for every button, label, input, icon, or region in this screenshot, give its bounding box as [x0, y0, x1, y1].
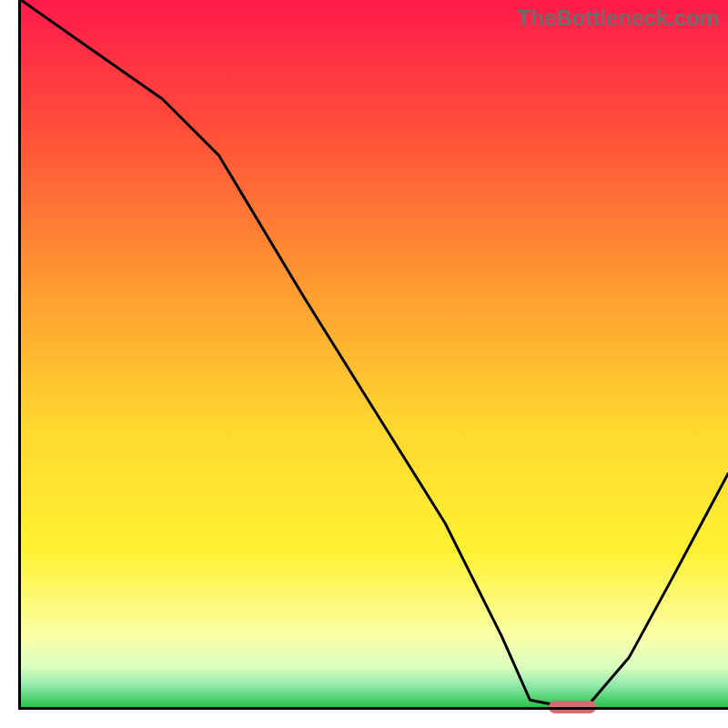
watermark-label: TheBottleneck.com: [518, 5, 719, 31]
y-axis: [18, 0, 21, 710]
x-axis: [18, 707, 728, 710]
plot-svg: [21, 0, 728, 707]
chart-frame: TheBottleneck.com: [0, 0, 728, 728]
gradient-background: [21, 0, 728, 707]
plot-area: [21, 0, 728, 707]
